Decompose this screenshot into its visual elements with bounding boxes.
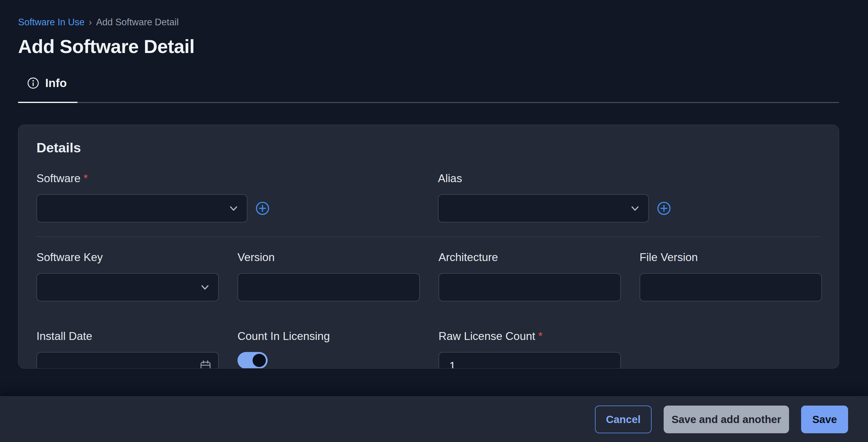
breadcrumb-link-software-in-use[interactable]: Software In Use: [18, 17, 85, 28]
card-divider: [36, 236, 821, 237]
add-software-button[interactable]: [255, 201, 270, 215]
raw-license-count-input[interactable]: [439, 352, 620, 369]
file-version-label: File Version: [640, 251, 822, 264]
calendar-icon: [199, 360, 212, 369]
toggle-knob: [253, 354, 266, 367]
install-date-input-wrap: [36, 352, 219, 369]
alias-select[interactable]: [438, 194, 649, 223]
count-in-licensing-toggle[interactable]: [238, 352, 268, 369]
action-footer: Cancel Save and add another Save: [0, 396, 868, 442]
save-and-add-another-button[interactable]: Save and add another: [664, 406, 789, 433]
architecture-input[interactable]: [439, 274, 620, 301]
version-field-group: Version: [238, 251, 420, 301]
alias-select-value[interactable]: [438, 195, 648, 222]
raw-license-count-required-marker: *: [538, 330, 542, 342]
page-content: Software In Use › Add Software Detail Ad…: [0, 0, 868, 369]
calendar-button[interactable]: [199, 360, 212, 369]
version-input-wrap: [238, 273, 420, 301]
software-key-label: Software Key: [36, 251, 219, 264]
software-select-value[interactable]: [37, 195, 247, 222]
tab-bar: Info: [18, 76, 839, 103]
save-button[interactable]: Save: [801, 406, 848, 433]
version-input[interactable]: [238, 274, 419, 301]
install-date-input[interactable]: [37, 352, 218, 369]
tab-info[interactable]: Info: [18, 76, 78, 103]
architecture-input-wrap: [438, 273, 621, 301]
architecture-field-group: Architecture: [438, 251, 621, 301]
details-section-title: Details: [36, 141, 821, 155]
plus-circle-icon: [657, 201, 671, 215]
architecture-label: Architecture: [438, 251, 621, 264]
file-version-input-wrap: [640, 273, 822, 301]
version-label: Version: [238, 251, 420, 264]
file-version-input[interactable]: [640, 274, 821, 301]
install-date-field-group: Install Date: [36, 330, 219, 369]
breadcrumb-separator: ›: [89, 17, 92, 28]
software-label: Software*: [36, 172, 419, 184]
breadcrumb-current: Add Software Detail: [96, 17, 179, 28]
software-key-field-group: Software Key: [36, 251, 219, 301]
alias-field-group: Alias: [438, 172, 821, 223]
raw-license-count-input-wrap: [438, 352, 621, 369]
cancel-button[interactable]: Cancel: [595, 406, 652, 433]
software-key-select[interactable]: [36, 273, 219, 301]
raw-license-count-label: Raw License Count*: [438, 330, 621, 342]
raw-license-count-field-group: Raw License Count*: [438, 330, 621, 369]
details-card: Details Software*: [18, 125, 839, 369]
form-row-1: Software*: [36, 172, 821, 223]
form-row-2: Software Key Version: [36, 251, 821, 301]
software-required-marker: *: [84, 172, 88, 184]
plus-circle-icon: [255, 201, 270, 215]
alias-label: Alias: [438, 172, 821, 184]
breadcrumb: Software In Use › Add Software Detail: [18, 17, 839, 28]
page-title: Add Software Detail: [18, 36, 839, 57]
software-key-select-value[interactable]: [37, 274, 218, 301]
tab-info-label: Info: [45, 76, 67, 90]
form-row-3: Install Date: [36, 330, 821, 369]
software-field-group: Software*: [36, 172, 419, 223]
count-in-licensing-label: Count In Licensing: [238, 330, 420, 342]
software-select[interactable]: [36, 194, 247, 223]
file-version-field-group: File Version: [640, 251, 822, 301]
count-in-licensing-field-group: Count In Licensing: [238, 330, 420, 369]
install-date-label: Install Date: [36, 330, 219, 342]
add-alias-button[interactable]: [657, 201, 671, 215]
info-icon: [27, 77, 39, 89]
